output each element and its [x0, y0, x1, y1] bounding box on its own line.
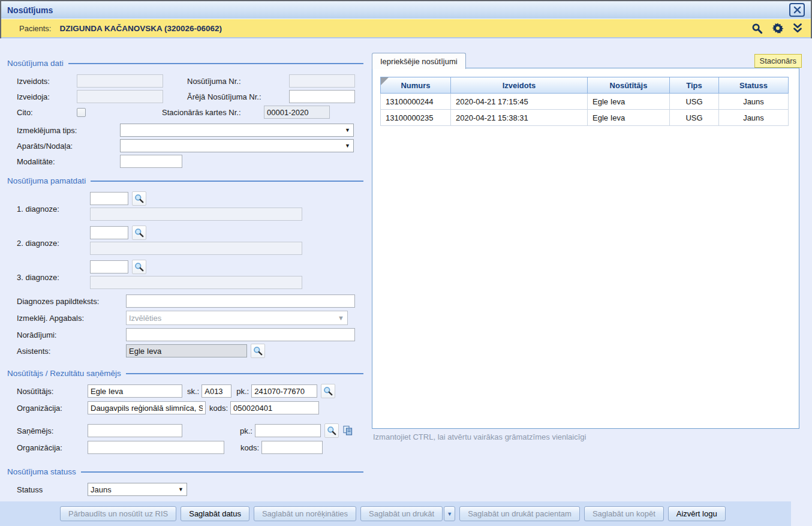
select-value: Jauns: [91, 485, 112, 494]
diagnoze-1-code-field[interactable]: [90, 192, 128, 205]
field-label: Organizācija:: [17, 404, 88, 413]
chevron-down-icon: ▼: [345, 143, 350, 149]
button-group: Saglabāt un drukāt pacientam: [459, 506, 580, 521]
section-title: Nosūtījuma dati: [7, 59, 64, 68]
patient-label: Pacients:: [19, 24, 51, 33]
action-button[interactable]: Saglabāt un drukāt: [360, 506, 443, 521]
patient-bar: Pacients: DZIGUNDA KAČANOVSKA (320026-06…: [1, 19, 811, 38]
stacionaras-kartes-nr-field[interactable]: [264, 106, 330, 119]
modalitate-field[interactable]: [120, 155, 182, 168]
nosutitajs-lookup-button[interactable]: [321, 384, 335, 398]
sanemejs-lookup-button[interactable]: [324, 423, 339, 438]
field-label: kods:: [209, 404, 228, 413]
field-label: Saņēmējs:: [17, 426, 88, 435]
organizacija-field[interactable]: [88, 401, 206, 414]
action-button[interactable]: Saglabāt un drukāt pacientam: [459, 506, 580, 521]
tab-previous-referrals[interactable]: Iepriekšējie nosūtījumi: [372, 53, 466, 69]
table-cell: USG: [670, 110, 719, 126]
table-header-row: NumursIzveidotsNosūtītājsTipsStatuss: [381, 77, 789, 94]
aparats-nodala-select[interactable]: ▼: [120, 139, 354, 152]
field-label: Norādījumi:: [17, 330, 126, 339]
izmeklej-apgabals-select[interactable]: Izvēlēties ▼: [126, 311, 348, 325]
column-header[interactable]: Izveidots: [451, 77, 588, 94]
copy-icon[interactable]: [342, 425, 353, 436]
field-label: sk.:: [187, 387, 199, 396]
field-label: Izmeklēj. Apgabals:: [17, 314, 126, 323]
table-cell: 2020-04-21 17:15:45: [451, 94, 588, 110]
section-title: Nosūtījuma statuss: [7, 467, 76, 476]
close-icon: [793, 6, 801, 14]
sanemejs-organizacija-field[interactable]: [88, 441, 224, 454]
field-label: Stacionārās kartes Nr.:: [162, 108, 264, 117]
field-label: Modalitāte:: [17, 157, 120, 166]
gear-icon[interactable]: [772, 22, 784, 34]
diagnozes-papildteksts-field[interactable]: [126, 294, 355, 308]
action-button[interactable]: Pārbaudīts un nosūtīt uz RIS: [60, 506, 176, 521]
close-button[interactable]: [789, 3, 805, 17]
section-header-statuss: Nosūtījuma statuss: [7, 466, 363, 477]
asistents-field[interactable]: [126, 344, 247, 357]
field-label: Izveidoja:: [17, 92, 77, 101]
izveidoja-field[interactable]: [77, 90, 163, 103]
diagnoze-1-lookup-button[interactable]: [132, 191, 146, 206]
table-cell: USG: [670, 94, 719, 110]
diagnoze-1-text-field[interactable]: [90, 208, 302, 221]
table-cell: Jauns: [719, 110, 789, 126]
section-divider: [68, 63, 363, 64]
pk-field[interactable]: [251, 384, 317, 398]
button-bar: Pārbaudīts un nosūtīt uz RISSaglabāt dat…: [0, 501, 791, 526]
column-header[interactable]: Tips: [670, 77, 719, 94]
section-header-nosutitajs: Nosūtītājs / Rezultātu saņēmējs: [7, 368, 363, 378]
field-label: Aparāts/Nodaļa:: [17, 142, 120, 151]
chevron-down-icon: ▼: [178, 486, 184, 492]
field-label: pk.:: [236, 387, 249, 396]
field-label: 1. diagnoze:: [17, 205, 90, 214]
sanemejs-field[interactable]: [88, 424, 182, 437]
table-row[interactable]: 131000002352020-04-21 15:38:31Egle IevaU…: [381, 110, 789, 126]
double-chevron-down-icon[interactable]: [793, 23, 802, 34]
action-button[interactable]: Saglabāt un kopēt: [584, 506, 664, 521]
kods-field[interactable]: [230, 401, 319, 414]
diagnoze-3-text-field[interactable]: [90, 276, 302, 289]
column-header[interactable]: Numurs: [381, 77, 451, 94]
field-label: Izmeklējuma tips:: [17, 126, 120, 135]
izveidots-field[interactable]: [77, 74, 163, 88]
sanemejs-kods-field[interactable]: [261, 441, 323, 454]
column-header[interactable]: Nosūtītājs: [588, 77, 670, 94]
chevron-down-icon: ▼: [345, 127, 350, 133]
field-label: 2. diagnoze:: [17, 239, 90, 248]
statuss-select[interactable]: Jauns ▼: [88, 483, 187, 496]
cito-checkbox[interactable]: [77, 108, 86, 117]
asistents-lookup-button[interactable]: [251, 344, 265, 358]
diagnoze-2-lookup-button[interactable]: [132, 226, 146, 240]
column-header[interactable]: Statuss: [719, 77, 789, 94]
title-bar: Nosūtījums: [1, 1, 811, 19]
nosutijuma-nr-field[interactable]: [289, 74, 355, 88]
action-button[interactable]: Saglabāt un norēķināties: [254, 506, 356, 521]
sk-field[interactable]: [202, 384, 231, 398]
diagnoze-2-text-field[interactable]: [90, 242, 302, 255]
magnifier-lookup-icon: [327, 426, 336, 435]
window-chrome: Nosūtījums Pacients: DZIGUNDA KAČANOVSKA…: [0, 0, 812, 38]
diagnoze-2-code-field[interactable]: [90, 226, 128, 239]
section-divider: [91, 181, 363, 182]
table-row[interactable]: 131000002442020-04-21 17:15:45Egle IevaU…: [381, 94, 789, 110]
button-group: Saglabāt datus: [181, 506, 249, 521]
diagnoze-3-group: 3. diagnoze:: [7, 259, 363, 289]
noradijumi-field[interactable]: [126, 328, 355, 341]
split-dropdown-button[interactable]: ▼: [444, 506, 455, 521]
table-cell: 13100000244: [381, 94, 451, 110]
areja-nosutijuma-nr-field[interactable]: [289, 90, 355, 103]
status-badge: Stacionārs: [754, 54, 802, 68]
nosutitajs-field[interactable]: [88, 384, 182, 398]
action-button[interactable]: Saglabāt datus: [181, 506, 249, 521]
diagnoze-3-lookup-button[interactable]: [132, 260, 146, 274]
table-cell: Jauns: [719, 94, 789, 110]
search-icon[interactable]: [751, 23, 763, 34]
izmeklejuma-tips-select[interactable]: ▼: [120, 124, 354, 137]
previous-referrals-tbody: 131000002442020-04-21 17:15:45Egle IevaU…: [381, 94, 789, 126]
diagnoze-3-code-field[interactable]: [90, 260, 128, 273]
section-header-dati: Nosūtījuma dati: [7, 58, 363, 68]
action-button[interactable]: Aizvērt logu: [668, 506, 726, 521]
sanemejs-pk-field[interactable]: [255, 424, 321, 437]
